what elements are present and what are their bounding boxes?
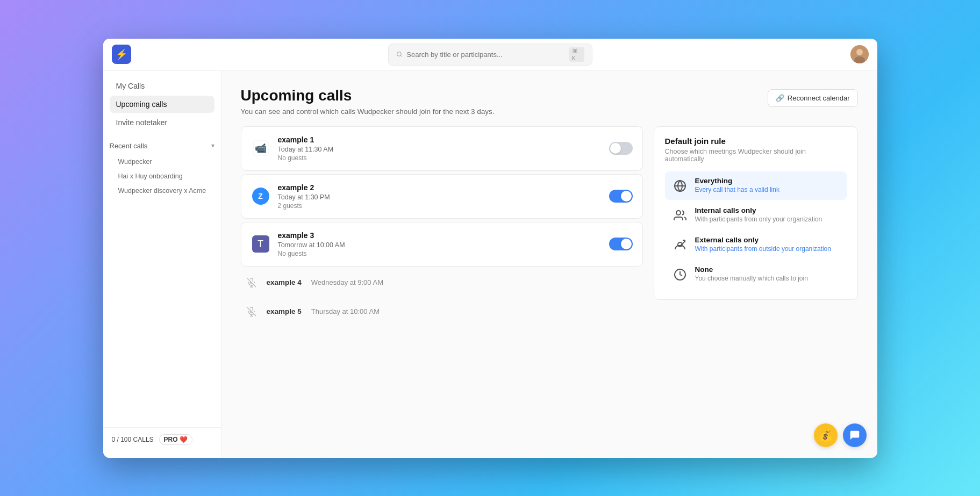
building-icon bbox=[671, 207, 689, 224]
right-panel: Default join rule Choose which meetings … bbox=[654, 126, 858, 325]
call-row-5[interactable]: example 5 Thursday at 10:00 AM bbox=[241, 299, 643, 325]
content-area: Upcoming calls You can see and control w… bbox=[221, 71, 877, 458]
money-fab-button[interactable]: 💰 bbox=[814, 423, 838, 447]
toggle-knob bbox=[621, 239, 632, 249]
sidebar-footer: 0 / 100 CALLS PRO ❤️ bbox=[103, 427, 221, 451]
rule-option-external[interactable]: External calls only With participants fr… bbox=[665, 231, 847, 259]
sidebar-recent-item[interactable]: Hai x Huy onboarding bbox=[110, 169, 214, 183]
sidebar: My Calls Upcoming calls Invite notetaker… bbox=[103, 71, 221, 458]
rule-text-external: External calls only With participants fr… bbox=[695, 236, 831, 253]
fab-buttons: 💰 bbox=[814, 423, 867, 447]
call-info-3: example 3 Tomorrow at 10:00 AM No guests bbox=[278, 231, 602, 257]
call-card-3[interactable]: T example 3 Tomorrow at 10:00 AM No gues… bbox=[241, 222, 643, 267]
chat-icon bbox=[849, 429, 861, 441]
chevron-down-icon: ▾ bbox=[211, 142, 214, 149]
toggle-knob bbox=[610, 143, 621, 154]
mic-off-icon-5 bbox=[244, 304, 259, 319]
pro-badge[interactable]: PRO ❤️ bbox=[159, 434, 192, 445]
rule-text-everything: Everything Every call that has a valid l… bbox=[695, 177, 779, 193]
svg-point-15 bbox=[676, 211, 681, 215]
sidebar-item-upcoming-calls[interactable]: Upcoming calls bbox=[110, 96, 214, 113]
reconnect-calendar-button[interactable]: 🔗 Reconnect calendar bbox=[768, 89, 858, 107]
call-toggle-3[interactable] bbox=[609, 238, 633, 250]
toggle-knob bbox=[621, 191, 632, 202]
search-kbd: ⌘ K bbox=[569, 47, 584, 62]
page-subtitle: You can see and control which calls Wudp… bbox=[241, 107, 495, 116]
calls-count: 0 / 100 CALLS bbox=[112, 436, 154, 443]
page-header-text: Upcoming calls You can see and control w… bbox=[241, 87, 495, 116]
call-info-2: example 2 Today at 1:30 PM 2 guests bbox=[278, 183, 602, 210]
call-toggle-1[interactable] bbox=[609, 142, 633, 155]
call-icon-zoom: Z bbox=[251, 186, 270, 206]
mic-off-icon-4 bbox=[244, 275, 259, 290]
app-logo[interactable]: ⚡ bbox=[112, 45, 131, 64]
call-card-2[interactable]: Z example 2 Today at 1:30 PM 2 guests bbox=[241, 174, 643, 219]
sidebar-item-invite-notetaker[interactable]: Invite notetaker bbox=[110, 114, 214, 131]
header: ⚡ ⌘ K bbox=[103, 39, 877, 71]
search-icon bbox=[396, 51, 403, 58]
sidebar-nav: My Calls Upcoming calls Invite notetaker bbox=[103, 77, 221, 132]
page-title: Upcoming calls bbox=[241, 87, 495, 104]
avatar[interactable] bbox=[850, 45, 869, 63]
svg-point-2 bbox=[856, 49, 863, 55]
globe-icon bbox=[671, 177, 689, 195]
two-column-layout: 📹 example 1 Today at 11:30 AM No guests bbox=[241, 126, 858, 325]
call-icon-teams: T bbox=[251, 234, 270, 254]
main-layout: My Calls Upcoming calls Invite notetaker… bbox=[103, 71, 877, 458]
svg-text:📹: 📹 bbox=[255, 142, 267, 154]
sidebar-recent-list: Wudpecker Hai x Huy onboarding Wudpecker… bbox=[103, 154, 221, 198]
rule-option-none[interactable]: None You choose manually which calls to … bbox=[665, 260, 847, 289]
join-rule-title: Default join rule bbox=[665, 136, 847, 146]
page-title-row: Upcoming calls You can see and control w… bbox=[241, 87, 858, 116]
rule-text-none: None You choose manually which calls to … bbox=[695, 265, 808, 282]
call-row-4[interactable]: example 4 Wednesday at 9:00 AM bbox=[241, 270, 643, 296]
external-icon bbox=[671, 236, 689, 254]
call-toggle-2[interactable] bbox=[609, 190, 633, 203]
sidebar-item-my-calls[interactable]: My Calls bbox=[110, 77, 214, 95]
search-input[interactable] bbox=[406, 51, 564, 59]
svg-point-0 bbox=[397, 52, 401, 56]
avatar-image bbox=[850, 45, 869, 63]
rule-option-internal[interactable]: Internal calls only With participants fr… bbox=[665, 201, 847, 229]
sidebar-recent-item[interactable]: Wudpecker discovery x Acme bbox=[110, 184, 214, 198]
app-window: ⚡ ⌘ K My Calls Upcoming bbox=[103, 39, 877, 458]
sidebar-recent-calls-header[interactable]: Recent calls ▾ bbox=[103, 138, 221, 154]
join-rule-subtitle: Choose which meetings Wudpecker should j… bbox=[665, 148, 847, 163]
clock-icon bbox=[671, 266, 689, 283]
call-card-1[interactable]: 📹 example 1 Today at 11:30 AM No guests bbox=[241, 126, 643, 171]
rule-text-internal: Internal calls only With participants fr… bbox=[695, 206, 822, 223]
sidebar-recent-item[interactable]: Wudpecker bbox=[110, 155, 214, 169]
calls-list: 📹 example 1 Today at 11:30 AM No guests bbox=[241, 126, 643, 325]
chat-fab-button[interactable] bbox=[843, 423, 867, 447]
call-info-1: example 1 Today at 11:30 AM No guests bbox=[278, 135, 602, 162]
rule-option-everything[interactable]: Everything Every call that has a valid l… bbox=[665, 171, 847, 200]
search-bar[interactable]: ⌘ K bbox=[388, 44, 592, 66]
join-rule-card: Default join rule Choose which meetings … bbox=[654, 126, 858, 300]
link-icon: 🔗 bbox=[776, 94, 784, 102]
call-icon-gmeet: 📹 bbox=[251, 139, 270, 158]
